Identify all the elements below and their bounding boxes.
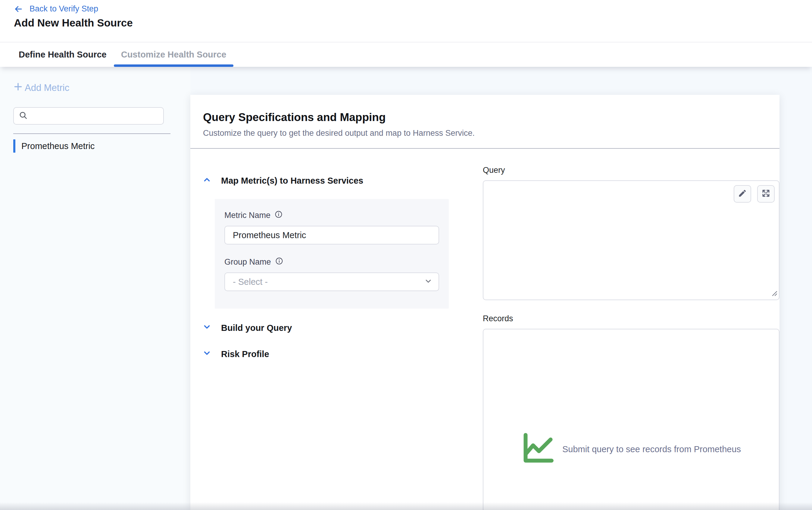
card-subtitle: Customize the query to get the desired o… <box>203 128 767 138</box>
info-circle-icon[interactable] <box>275 210 283 220</box>
metric-item-label: Prometheus Metric <box>21 141 94 151</box>
section-risk-profile[interactable]: Risk Profile <box>202 349 461 360</box>
query-label: Query <box>483 166 780 175</box>
plus-icon <box>13 82 23 94</box>
section-title: Build your Query <box>221 323 292 333</box>
chevron-down-icon <box>202 349 211 360</box>
page-header: Back to Verify Step Add New Health Sourc… <box>0 0 812 67</box>
card-columns: Map Metric(s) to Harness Services Metric… <box>190 149 780 510</box>
query-specifications-card: Query Specifications and Mapping Customi… <box>190 95 780 510</box>
records-empty-state: Submit query to see records from Prometh… <box>521 432 741 466</box>
chevron-down-icon <box>202 323 211 334</box>
card-header: Query Specifications and Mapping Customi… <box>190 95 780 138</box>
edit-query-button[interactable] <box>734 185 751 203</box>
tab-label: Customize Health Source <box>121 50 227 60</box>
back-link[interactable]: Back to Verify Step <box>13 4 98 13</box>
metric-search[interactable] <box>13 107 164 125</box>
select-placeholder: - Select - <box>233 277 268 287</box>
tab-customize-health-source[interactable]: Customize Health Source <box>114 42 234 67</box>
sidebar-divider <box>13 133 171 134</box>
metric-name-label-row: Metric Name <box>224 210 439 220</box>
mapping-column: Map Metric(s) to Harness Services Metric… <box>202 166 461 510</box>
add-metric-label: Add Metric <box>25 83 69 93</box>
tab-label: Define Health Source <box>19 50 107 60</box>
selected-indicator-bar <box>13 140 16 153</box>
chevron-up-icon <box>202 175 211 186</box>
query-records-column: Query <box>483 166 780 510</box>
group-name-label: Group Name <box>224 258 271 267</box>
metric-list-item-prometheus[interactable]: Prometheus Metric <box>13 139 94 153</box>
chevron-down-icon <box>424 277 433 287</box>
info-circle-icon[interactable] <box>275 257 283 267</box>
query-editor <box>483 180 780 300</box>
group-name-label-row: Group Name <box>224 257 439 267</box>
section-title: Map Metric(s) to Harness Services <box>221 176 363 186</box>
expand-arrows-icon <box>761 189 771 199</box>
section-map-metrics[interactable]: Map Metric(s) to Harness Services <box>202 175 461 186</box>
card-title: Query Specifications and Mapping <box>203 111 767 124</box>
tab-define-health-source[interactable]: Define Health Source <box>11 42 114 67</box>
records-panel: Submit query to see records from Prometh… <box>483 329 780 510</box>
section-build-your-query[interactable]: Build your Query <box>202 323 461 334</box>
active-tab-underline <box>114 64 234 67</box>
search-icon <box>19 111 28 121</box>
metric-name-label: Metric Name <box>224 211 270 220</box>
pencil-icon <box>738 189 747 199</box>
metrics-sidebar: Add Metric Prometheus Metric <box>0 67 190 510</box>
map-metrics-panel: Metric Name Group Name <box>215 199 449 308</box>
metric-name-input[interactable] <box>224 226 439 244</box>
records-empty-message: Submit query to see records from Prometh… <box>562 444 741 454</box>
page-title: Add New Health Source <box>14 17 133 29</box>
tab-bar: Define Health Source Customize Health So… <box>0 42 812 67</box>
arrow-left-icon <box>13 4 24 13</box>
section-title: Risk Profile <box>221 349 269 359</box>
group-name-select[interactable]: - Select - <box>224 272 439 291</box>
fullscreen-query-button[interactable] <box>757 185 775 203</box>
query-actions <box>734 185 775 203</box>
records-label: Records <box>483 314 780 323</box>
add-metric-button[interactable]: Add Metric <box>13 82 69 94</box>
resize-handle-icon[interactable] <box>771 290 778 298</box>
back-link-label: Back to Verify Step <box>30 4 98 13</box>
line-chart-icon <box>521 432 554 466</box>
content-area: Add Metric Prometheus Metric Query Speci… <box>0 67 812 510</box>
metric-search-input[interactable] <box>31 111 158 121</box>
